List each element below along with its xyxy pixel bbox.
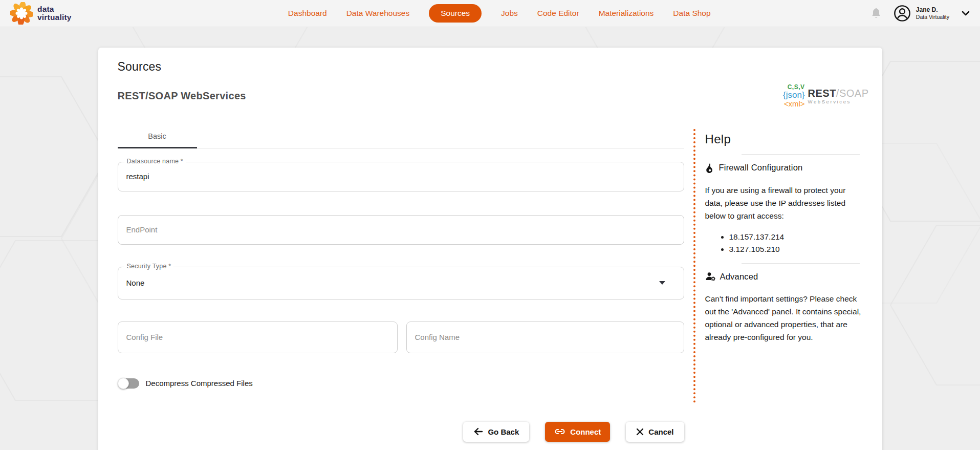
logo-soap-text: /SOAP: [836, 88, 869, 99]
manage-accounts-icon: [705, 272, 715, 281]
help-divider: [742, 263, 860, 264]
logo-webservices-text: WebServices: [808, 99, 869, 104]
arrow-left-icon: [473, 427, 483, 436]
help-advanced-text: Can't find important settings? Please ch…: [705, 292, 874, 344]
logo-json-text: {json}: [783, 91, 805, 100]
connector-title: REST/SOAP WebServices: [118, 90, 246, 102]
nav-item-jobs[interactable]: Jobs: [501, 9, 518, 18]
security-type-value: None: [126, 278, 145, 287]
close-x-icon: [636, 428, 644, 436]
help-divider: [742, 154, 860, 155]
user-meta: Jane D. Data Virtuality: [916, 6, 949, 20]
decompress-toggle[interactable]: [118, 378, 139, 389]
config-name-input[interactable]: [407, 333, 684, 341]
nav-item-code-editor[interactable]: Code Editor: [537, 9, 579, 18]
rest-soap-connector-logo: C,S,V {json} <xml> REST/SOAP WebServices: [783, 84, 869, 109]
security-type-field[interactable]: Security Type * None: [118, 267, 684, 299]
help-panel: Help Firewall Configuration If you are u…: [693, 129, 874, 403]
form-tabbar: Basic: [118, 129, 684, 148]
datasource-name-input[interactable]: [118, 172, 684, 181]
logo-rest-text: REST: [808, 88, 836, 99]
user-menu[interactable]: Jane D. Data Virtuality: [894, 5, 970, 22]
endpoint-field: [118, 215, 684, 245]
help-firewall-text: If you are using a firewall to protect y…: [705, 184, 874, 222]
brand-wordmark: data virtuality: [37, 5, 72, 22]
help-section-firewall-heading: Firewall Configuration: [705, 163, 874, 173]
user-org: Data Virtuality: [916, 14, 949, 20]
page-title: Sources: [118, 60, 870, 74]
security-type-label: Security Type *: [124, 263, 174, 270]
datasource-name-label: Datasource name *: [124, 158, 186, 165]
main-nav: Dashboard Data Warehouses Sources Jobs C…: [232, 4, 711, 23]
help-section-advanced-heading: Advanced: [705, 272, 874, 282]
config-name-field: [406, 322, 684, 353]
nav-item-data-shop[interactable]: Data Shop: [673, 9, 710, 18]
nav-item-materializations[interactable]: Materializations: [599, 9, 654, 18]
ip-address: 18.157.137.214: [729, 231, 874, 243]
sources-card: Sources REST/SOAP WebServices C,S,V {jso…: [98, 48, 882, 450]
nav-item-data-warehouses[interactable]: Data Warehouses: [346, 9, 410, 18]
top-navbar: data virtuality Dashboard Data Warehouse…: [0, 0, 980, 27]
form-actions: Go Back Connect Cancel: [118, 422, 684, 442]
notifications-bell-icon[interactable]: [871, 8, 881, 19]
cancel-button[interactable]: Cancel: [626, 422, 684, 442]
nav-item-dashboard[interactable]: Dashboard: [288, 9, 327, 18]
go-back-button[interactable]: Go Back: [463, 422, 529, 442]
help-title: Help: [705, 132, 874, 146]
brand-logo[interactable]: data virtuality: [10, 2, 72, 25]
firewall-ip-list: 18.157.137.214 3.127.105.210: [705, 231, 874, 255]
connector-form: Basic Datasource name * Security Type * …: [118, 129, 684, 442]
logo-csv-text: C,S,V: [783, 84, 805, 91]
nav-item-sources[interactable]: Sources: [429, 4, 482, 23]
tab-basic[interactable]: Basic: [118, 129, 197, 148]
logo-xml-text: <xml>: [783, 100, 805, 108]
config-file-input[interactable]: [118, 333, 397, 341]
chevron-down-icon[interactable]: [962, 11, 970, 16]
flame-icon: [705, 163, 714, 173]
connect-button[interactable]: Connect: [545, 422, 610, 442]
decompress-toggle-label: Decompress Compressed Files: [146, 379, 253, 388]
data-virtuality-flower-icon: [10, 2, 33, 25]
ip-address: 3.127.105.210: [729, 243, 874, 255]
user-name: Jane D.: [916, 6, 949, 14]
endpoint-input[interactable]: [118, 225, 684, 234]
user-avatar-icon: [894, 5, 911, 22]
link-icon: [554, 428, 565, 435]
config-file-field: [118, 322, 398, 353]
datasource-name-field: Datasource name *: [118, 162, 684, 191]
navbar-right: Jane D. Data Virtuality: [871, 5, 970, 22]
dropdown-caret-icon: [659, 281, 665, 285]
